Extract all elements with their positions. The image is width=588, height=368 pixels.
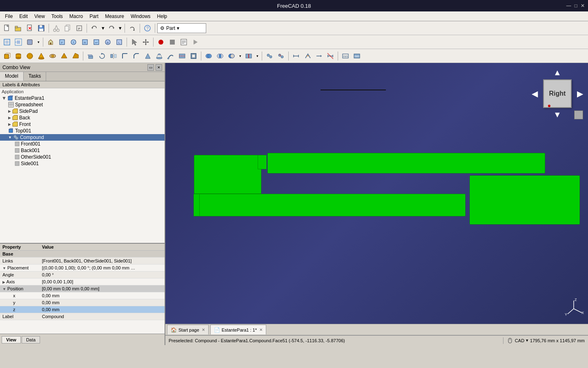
left-view-button[interactable]: L	[114, 37, 125, 47]
menu-help[interactable]: Help	[154, 13, 171, 20]
front-view-button[interactable]: F	[57, 37, 67, 47]
cad-dropdown[interactable]: ▾	[526, 338, 528, 343]
cone-button[interactable]	[36, 51, 47, 61]
save-button[interactable]	[36, 23, 47, 34]
revolve-button[interactable]	[97, 51, 107, 61]
compound-button[interactable]	[264, 51, 275, 61]
union-button[interactable]	[203, 51, 214, 61]
splitboolop-dropdown[interactable]: ▾	[238, 51, 243, 61]
loft-button[interactable]	[154, 51, 165, 61]
start-page-close[interactable]: ✕	[202, 328, 205, 332]
home-view-button[interactable]	[45, 37, 56, 47]
tree-front001[interactable]: Front001	[0, 141, 165, 147]
tab-model[interactable]: Model	[0, 72, 24, 81]
draw-style-button[interactable]	[24, 37, 35, 47]
new-file-button[interactable]	[2, 23, 12, 34]
chamfer-button[interactable]	[131, 51, 142, 61]
prism-button[interactable]	[59, 51, 69, 61]
mirror-button[interactable]	[108, 51, 119, 61]
cut-button[interactable]	[51, 23, 62, 34]
sliceshape-dropdown[interactable]: ▾	[255, 51, 260, 61]
bottom-view-button[interactable]: B	[102, 37, 113, 47]
splitshape-button[interactable]	[243, 51, 254, 61]
fit-selection-button[interactable]	[13, 37, 24, 47]
close-panel-button[interactable]: ✕	[156, 64, 162, 71]
tree-back[interactable]: ▶ Back	[0, 114, 165, 121]
workbench-selector[interactable]: ⚙ Part ▾	[157, 23, 206, 33]
top-view-button[interactable]: T	[68, 37, 79, 47]
fit-all-button[interactable]	[2, 37, 12, 47]
toggle-measure-button[interactable]: mm	[352, 51, 362, 61]
draw-style-dropdown[interactable]: ▾	[36, 37, 41, 47]
rear-view-button[interactable]: ↩	[91, 37, 102, 47]
minimize-button[interactable]: —	[566, 3, 571, 9]
macro-edit-button[interactable]	[178, 37, 189, 47]
tab-data[interactable]: Data	[22, 336, 40, 343]
fillet-button[interactable]	[120, 51, 130, 61]
refresh-measure-button[interactable]	[314, 51, 324, 61]
estante-view-close[interactable]: ✕	[259, 328, 263, 332]
section-button[interactable]	[177, 51, 187, 61]
redo-dropdown[interactable]: ▾	[118, 23, 122, 34]
nav-left-button[interactable]: ◀	[532, 89, 538, 99]
tab-start-page[interactable]: 🏠 Start page ✕	[167, 325, 209, 334]
tree-compound[interactable]: ▼ Compound	[0, 134, 165, 141]
make-face-button[interactable]	[143, 51, 153, 61]
tree-side001[interactable]: Side001	[0, 160, 165, 167]
open-button[interactable]	[13, 23, 24, 34]
box-button[interactable]	[2, 51, 12, 61]
nav-cube-face[interactable]: Right	[543, 79, 572, 108]
tree-spreadsheet[interactable]: Spreadsheet	[0, 101, 165, 108]
help-button[interactable]: ?	[142, 23, 153, 34]
tree-top001[interactable]: Top001	[0, 128, 165, 134]
maximize-button[interactable]: □	[575, 3, 577, 9]
viewport[interactable]: ▲ ▼ ◀ ▶ Right Z X Y	[165, 63, 588, 324]
play-button[interactable]	[190, 37, 200, 47]
minimize-panel-button[interactable]: ▭	[147, 64, 154, 71]
pan-button[interactable]	[140, 37, 151, 47]
tab-estante-view[interactable]: 📄 EstantePara1 : 1* ✕	[210, 325, 266, 334]
intersect-button[interactable]	[215, 51, 225, 61]
part-icon-button[interactable]: P	[74, 23, 85, 34]
explode-compound-button[interactable]	[276, 51, 286, 61]
menu-part[interactable]: Part	[86, 13, 102, 20]
nav-cube[interactable]: ▲ ▼ ◀ ▶ Right	[531, 67, 584, 120]
stop-button[interactable]	[167, 37, 178, 47]
view-measure-button[interactable]: mm	[340, 51, 351, 61]
nav-cube-small-box[interactable]	[574, 110, 583, 119]
menu-view[interactable]: View	[31, 13, 48, 20]
sphere-button[interactable]	[24, 51, 35, 61]
cut-shape-button[interactable]	[226, 51, 237, 61]
wedge-button[interactable]	[70, 51, 81, 61]
copy-button[interactable]	[62, 23, 73, 34]
tree-front[interactable]: ▶ Front	[0, 121, 165, 128]
tab-tasks[interactable]: Tasks	[24, 72, 47, 81]
menu-macro[interactable]: Macro	[66, 13, 86, 20]
undo-dropdown[interactable]: ▾	[100, 23, 105, 34]
measure-linear-button[interactable]	[291, 51, 301, 61]
close-button[interactable]: ✕	[581, 3, 585, 9]
tab-view[interactable]: View	[2, 336, 21, 343]
sweep-button[interactable]	[165, 51, 176, 61]
redo-button[interactable]	[106, 23, 117, 34]
menu-measure[interactable]: Measure	[102, 13, 127, 20]
menu-tools[interactable]: Tools	[48, 13, 66, 20]
thickness-button[interactable]	[188, 51, 199, 61]
menu-edit[interactable]: Edit	[16, 13, 31, 20]
torus-button[interactable]	[47, 51, 58, 61]
undo-button[interactable]	[89, 23, 100, 34]
menu-file[interactable]: File	[2, 13, 16, 20]
extrude-button[interactable]	[85, 51, 96, 61]
nav-right-button[interactable]: ▶	[577, 89, 583, 99]
tree-back001[interactable]: Back001	[0, 147, 165, 154]
refresh-button[interactable]	[127, 23, 138, 34]
record-button[interactable]	[156, 37, 166, 47]
close-file-button[interactable]	[24, 23, 35, 34]
nav-down-button[interactable]: ▼	[553, 110, 561, 119]
select-button[interactable]	[129, 37, 140, 47]
tree-root[interactable]: ▼ EstantePara1	[0, 95, 165, 101]
tree-sidepad[interactable]: ▶ SidePad	[0, 108, 165, 114]
measure-angular-button[interactable]	[302, 51, 313, 61]
cylinder-button[interactable]	[13, 51, 24, 61]
right-view-button[interactable]: R	[80, 37, 90, 47]
